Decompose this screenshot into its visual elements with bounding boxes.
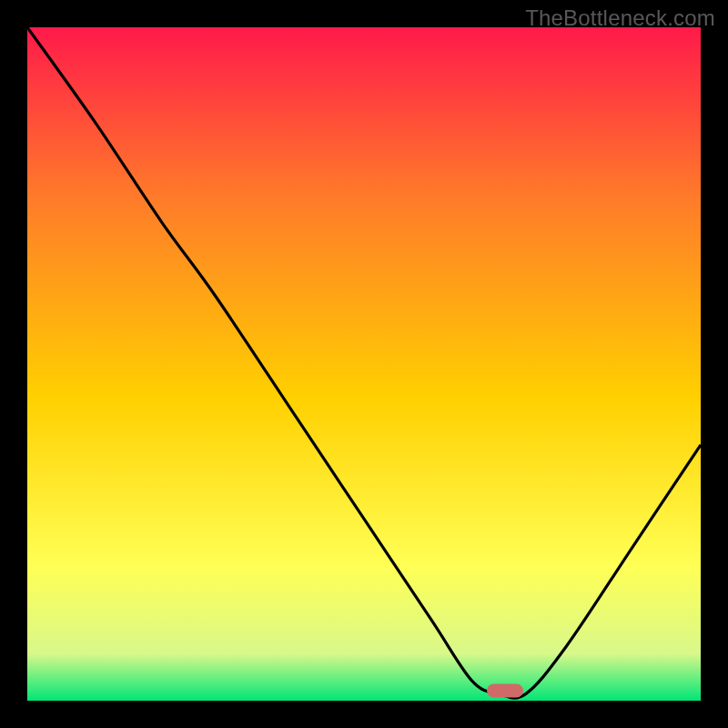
bottleneck-curve (27, 27, 701, 698)
watermark-text: TheBottleneck.com (525, 5, 715, 31)
bottleneck-chart: TheBottleneck.com (0, 0, 728, 728)
curve-layer (27, 27, 701, 701)
plot-area (27, 27, 701, 701)
optimal-point-marker (487, 683, 523, 697)
